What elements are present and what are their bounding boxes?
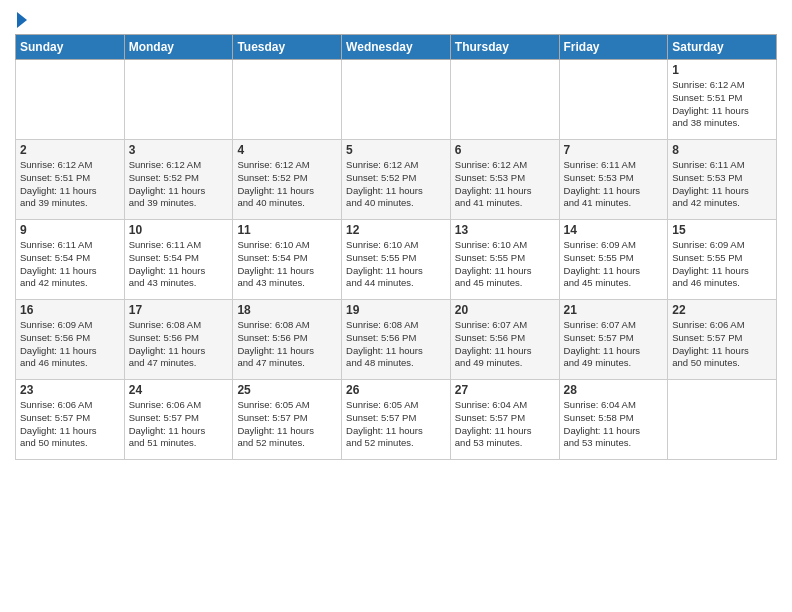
day-number: 22 — [672, 303, 772, 317]
day-number: 18 — [237, 303, 337, 317]
calendar-day-cell: 7Sunrise: 6:11 AM Sunset: 5:53 PM Daylig… — [559, 140, 668, 220]
day-number: 16 — [20, 303, 120, 317]
day-number: 7 — [564, 143, 664, 157]
calendar-week-row: 1Sunrise: 6:12 AM Sunset: 5:51 PM Daylig… — [16, 60, 777, 140]
day-number: 21 — [564, 303, 664, 317]
day-number: 20 — [455, 303, 555, 317]
day-info: Sunrise: 6:08 AM Sunset: 5:56 PM Dayligh… — [129, 319, 229, 370]
day-number: 8 — [672, 143, 772, 157]
weekday-header-cell: Tuesday — [233, 35, 342, 60]
calendar-day-cell: 27Sunrise: 6:04 AM Sunset: 5:57 PM Dayli… — [450, 380, 559, 460]
day-info: Sunrise: 6:12 AM Sunset: 5:51 PM Dayligh… — [672, 79, 772, 130]
weekday-header-cell: Monday — [124, 35, 233, 60]
day-info: Sunrise: 6:11 AM Sunset: 5:53 PM Dayligh… — [672, 159, 772, 210]
day-info: Sunrise: 6:08 AM Sunset: 5:56 PM Dayligh… — [346, 319, 446, 370]
calendar-week-row: 2Sunrise: 6:12 AM Sunset: 5:51 PM Daylig… — [16, 140, 777, 220]
day-info: Sunrise: 6:07 AM Sunset: 5:56 PM Dayligh… — [455, 319, 555, 370]
calendar-day-cell — [16, 60, 125, 140]
day-number: 1 — [672, 63, 772, 77]
day-number: 13 — [455, 223, 555, 237]
day-number: 14 — [564, 223, 664, 237]
calendar-day-cell: 8Sunrise: 6:11 AM Sunset: 5:53 PM Daylig… — [668, 140, 777, 220]
logo-triangle-icon — [17, 12, 27, 28]
calendar-day-cell: 12Sunrise: 6:10 AM Sunset: 5:55 PM Dayli… — [342, 220, 451, 300]
day-info: Sunrise: 6:12 AM Sunset: 5:52 PM Dayligh… — [129, 159, 229, 210]
calendar-day-cell: 21Sunrise: 6:07 AM Sunset: 5:57 PM Dayli… — [559, 300, 668, 380]
day-info: Sunrise: 6:07 AM Sunset: 5:57 PM Dayligh… — [564, 319, 664, 370]
day-number: 6 — [455, 143, 555, 157]
weekday-header-cell: Saturday — [668, 35, 777, 60]
weekday-header-cell: Friday — [559, 35, 668, 60]
day-info: Sunrise: 6:09 AM Sunset: 5:56 PM Dayligh… — [20, 319, 120, 370]
calendar-day-cell: 13Sunrise: 6:10 AM Sunset: 5:55 PM Dayli… — [450, 220, 559, 300]
weekday-header-row: SundayMondayTuesdayWednesdayThursdayFrid… — [16, 35, 777, 60]
day-info: Sunrise: 6:11 AM Sunset: 5:54 PM Dayligh… — [20, 239, 120, 290]
header — [15, 10, 777, 28]
calendar-table: SundayMondayTuesdayWednesdayThursdayFrid… — [15, 34, 777, 460]
day-number: 23 — [20, 383, 120, 397]
calendar-day-cell: 11Sunrise: 6:10 AM Sunset: 5:54 PM Dayli… — [233, 220, 342, 300]
day-number: 9 — [20, 223, 120, 237]
calendar-day-cell: 24Sunrise: 6:06 AM Sunset: 5:57 PM Dayli… — [124, 380, 233, 460]
day-info: Sunrise: 6:09 AM Sunset: 5:55 PM Dayligh… — [672, 239, 772, 290]
calendar-day-cell: 25Sunrise: 6:05 AM Sunset: 5:57 PM Dayli… — [233, 380, 342, 460]
calendar-day-cell: 9Sunrise: 6:11 AM Sunset: 5:54 PM Daylig… — [16, 220, 125, 300]
calendar-day-cell: 3Sunrise: 6:12 AM Sunset: 5:52 PM Daylig… — [124, 140, 233, 220]
calendar-day-cell: 1Sunrise: 6:12 AM Sunset: 5:51 PM Daylig… — [668, 60, 777, 140]
logo-area — [15, 10, 27, 28]
calendar-day-cell: 20Sunrise: 6:07 AM Sunset: 5:56 PM Dayli… — [450, 300, 559, 380]
calendar-day-cell — [342, 60, 451, 140]
calendar-day-cell: 28Sunrise: 6:04 AM Sunset: 5:58 PM Dayli… — [559, 380, 668, 460]
day-number: 15 — [672, 223, 772, 237]
day-info: Sunrise: 6:12 AM Sunset: 5:53 PM Dayligh… — [455, 159, 555, 210]
day-info: Sunrise: 6:08 AM Sunset: 5:56 PM Dayligh… — [237, 319, 337, 370]
weekday-header-cell: Wednesday — [342, 35, 451, 60]
day-number: 24 — [129, 383, 229, 397]
day-info: Sunrise: 6:04 AM Sunset: 5:57 PM Dayligh… — [455, 399, 555, 450]
day-info: Sunrise: 6:06 AM Sunset: 5:57 PM Dayligh… — [20, 399, 120, 450]
calendar-day-cell — [668, 380, 777, 460]
day-info: Sunrise: 6:12 AM Sunset: 5:52 PM Dayligh… — [346, 159, 446, 210]
day-info: Sunrise: 6:10 AM Sunset: 5:55 PM Dayligh… — [346, 239, 446, 290]
weekday-header-cell: Thursday — [450, 35, 559, 60]
calendar-week-row: 23Sunrise: 6:06 AM Sunset: 5:57 PM Dayli… — [16, 380, 777, 460]
calendar-day-cell: 15Sunrise: 6:09 AM Sunset: 5:55 PM Dayli… — [668, 220, 777, 300]
calendar-day-cell: 4Sunrise: 6:12 AM Sunset: 5:52 PM Daylig… — [233, 140, 342, 220]
day-number: 10 — [129, 223, 229, 237]
calendar-day-cell: 2Sunrise: 6:12 AM Sunset: 5:51 PM Daylig… — [16, 140, 125, 220]
day-info: Sunrise: 6:10 AM Sunset: 5:55 PM Dayligh… — [455, 239, 555, 290]
day-number: 28 — [564, 383, 664, 397]
day-number: 19 — [346, 303, 446, 317]
day-number: 25 — [237, 383, 337, 397]
day-info: Sunrise: 6:05 AM Sunset: 5:57 PM Dayligh… — [237, 399, 337, 450]
day-info: Sunrise: 6:12 AM Sunset: 5:51 PM Dayligh… — [20, 159, 120, 210]
calendar-week-row: 9Sunrise: 6:11 AM Sunset: 5:54 PM Daylig… — [16, 220, 777, 300]
calendar-day-cell: 19Sunrise: 6:08 AM Sunset: 5:56 PM Dayli… — [342, 300, 451, 380]
day-info: Sunrise: 6:06 AM Sunset: 5:57 PM Dayligh… — [129, 399, 229, 450]
weekday-header-cell: Sunday — [16, 35, 125, 60]
calendar-day-cell: 26Sunrise: 6:05 AM Sunset: 5:57 PM Dayli… — [342, 380, 451, 460]
calendar-day-cell — [233, 60, 342, 140]
calendar-day-cell — [124, 60, 233, 140]
day-info: Sunrise: 6:12 AM Sunset: 5:52 PM Dayligh… — [237, 159, 337, 210]
day-info: Sunrise: 6:06 AM Sunset: 5:57 PM Dayligh… — [672, 319, 772, 370]
day-info: Sunrise: 6:09 AM Sunset: 5:55 PM Dayligh… — [564, 239, 664, 290]
calendar-day-cell: 6Sunrise: 6:12 AM Sunset: 5:53 PM Daylig… — [450, 140, 559, 220]
day-info: Sunrise: 6:04 AM Sunset: 5:58 PM Dayligh… — [564, 399, 664, 450]
day-number: 12 — [346, 223, 446, 237]
calendar-day-cell: 18Sunrise: 6:08 AM Sunset: 5:56 PM Dayli… — [233, 300, 342, 380]
calendar-day-cell: 5Sunrise: 6:12 AM Sunset: 5:52 PM Daylig… — [342, 140, 451, 220]
day-info: Sunrise: 6:11 AM Sunset: 5:53 PM Dayligh… — [564, 159, 664, 210]
day-number: 26 — [346, 383, 446, 397]
day-number: 27 — [455, 383, 555, 397]
calendar-day-cell: 10Sunrise: 6:11 AM Sunset: 5:54 PM Dayli… — [124, 220, 233, 300]
day-info: Sunrise: 6:05 AM Sunset: 5:57 PM Dayligh… — [346, 399, 446, 450]
calendar-day-cell: 16Sunrise: 6:09 AM Sunset: 5:56 PM Dayli… — [16, 300, 125, 380]
calendar-day-cell — [450, 60, 559, 140]
calendar-day-cell: 23Sunrise: 6:06 AM Sunset: 5:57 PM Dayli… — [16, 380, 125, 460]
day-number: 5 — [346, 143, 446, 157]
day-number: 17 — [129, 303, 229, 317]
calendar-day-cell — [559, 60, 668, 140]
calendar-day-cell: 17Sunrise: 6:08 AM Sunset: 5:56 PM Dayli… — [124, 300, 233, 380]
day-info: Sunrise: 6:10 AM Sunset: 5:54 PM Dayligh… — [237, 239, 337, 290]
